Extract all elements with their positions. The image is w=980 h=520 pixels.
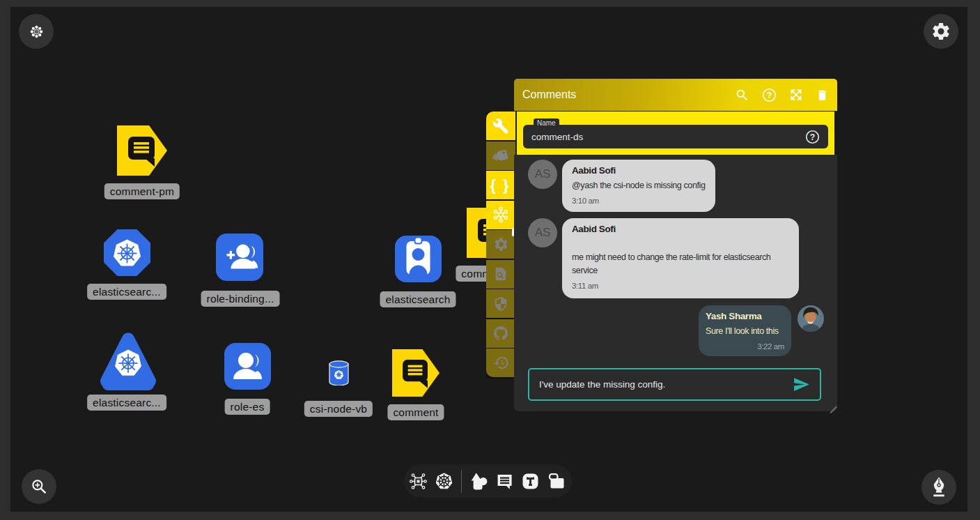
svg-text:?: ? <box>810 132 815 142</box>
svg-text:?: ? <box>767 90 772 100</box>
